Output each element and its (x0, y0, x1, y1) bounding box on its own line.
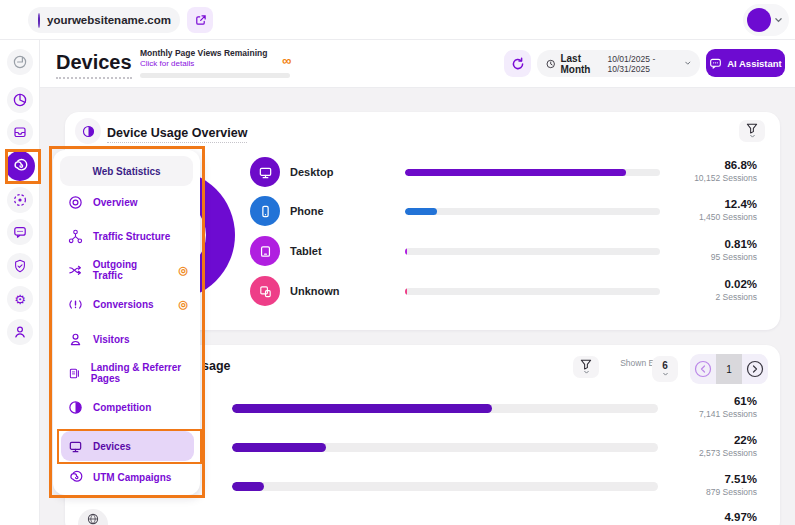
device-pct: 12.4% (699, 198, 757, 210)
page-size-selector[interactable]: 6 (652, 356, 678, 382)
device-label: Unknown (290, 285, 340, 297)
site-selector[interactable]: yourwebsitename.com (28, 7, 180, 33)
rail-item-security[interactable] (7, 253, 33, 279)
chevron-down-icon (750, 134, 755, 139)
site-name: yourwebsitename.com (47, 14, 171, 26)
chevron-down-icon (663, 372, 668, 377)
usage-pct: 61% (699, 395, 757, 407)
sidebar-item-traffic-structure[interactable]: Traffic Structure (61, 221, 194, 251)
rail-item-web-statistics[interactable] (5, 151, 35, 181)
funnel-icon (580, 359, 592, 370)
device-usage-icon (82, 125, 95, 138)
sidebar-item-landing-referrer-pages[interactable]: Landing & Referrer Pages (61, 358, 194, 388)
sidebar-item-competition[interactable]: Competition (61, 392, 194, 422)
funnel-icon (746, 123, 758, 134)
filter-button[interactable] (739, 120, 765, 142)
usage-row-icon (78, 509, 108, 525)
bullseye-badge-icon: ◎ (178, 298, 188, 311)
desktop-icon (250, 157, 280, 187)
web-statistics-swirl-icon (12, 158, 28, 174)
usage-bar-fill (232, 404, 492, 413)
ai-assistant-label: AI Assistant (727, 58, 782, 69)
usage-bar-fill (405, 248, 407, 255)
device-label: Desktop (290, 166, 333, 178)
bullseye-badge-icon: ◎ (178, 264, 188, 277)
open-site-button[interactable] (187, 7, 213, 33)
ai-chat-icon (709, 57, 722, 70)
rail-item-settings[interactable]: ⚙ (7, 286, 33, 312)
usage-bar-track (405, 208, 660, 215)
overview-icon (68, 195, 83, 210)
device-sessions: 1,450 Sessions (699, 212, 757, 222)
external-link-icon (194, 14, 207, 27)
chevron-down-icon (775, 17, 782, 24)
next-page-button[interactable] (742, 354, 768, 384)
rail-item-feedback[interactable] (7, 219, 33, 245)
inbox-icon (13, 125, 27, 139)
top-bar: yourwebsitename.com (0, 0, 795, 40)
icon-rail: ⚙ (0, 40, 40, 525)
browser-icon (87, 513, 99, 525)
period-label: Last Month (560, 53, 602, 75)
chevron-down-icon (685, 60, 691, 67)
collapse-sidebar-button[interactable] (7, 49, 33, 75)
refresh-button[interactable] (504, 50, 531, 77)
sidebar-item-visitors[interactable]: Visitors (61, 324, 194, 354)
usage-pct: 22% (699, 434, 757, 446)
page-header: Devices Monthly Page Views Remaining Cli… (40, 40, 795, 88)
rail-item-account[interactable] (7, 319, 33, 345)
device-sessions: 95 Sessions (711, 252, 757, 262)
sidebar-menu: Web Statistics Overview Traffic Structur… (53, 150, 200, 495)
quota-label: Monthly Page Views Remaining (140, 48, 290, 58)
sidebar-item-devices[interactable]: Devices (61, 431, 194, 461)
usage-bar-track (232, 443, 658, 452)
person-icon (13, 325, 27, 339)
usage-sessions: 7,141 Sessions (699, 409, 757, 419)
sidebar-item-utm-campaigns[interactable]: UTM Campaigns (61, 462, 194, 492)
device-pct: 0.02% (715, 278, 757, 290)
ai-assistant-button[interactable]: AI Assistant (706, 49, 785, 77)
user-menu[interactable] (743, 4, 789, 36)
usage-bar-track (405, 248, 660, 255)
usage-pct: 7.51% (706, 473, 757, 485)
sidebar-item-conversions[interactable]: Conversions ◎ (61, 289, 194, 319)
current-page[interactable]: 1 (716, 354, 742, 384)
conversions-icon (68, 297, 83, 312)
sidebar-item-outgoing-traffic[interactable]: Outgoing Traffic ◎ (61, 255, 194, 285)
sidebar-item-overview[interactable]: Overview (61, 187, 194, 217)
card-title: Device Usage Overview (107, 126, 247, 143)
usage-sessions: 2,573 Sessions (699, 448, 757, 458)
device-sessions: 10,152 Sessions (694, 173, 757, 183)
gear-icon: ⚙ (14, 293, 26, 306)
usage-bar-fill (232, 443, 326, 452)
menu-header: Web Statistics (60, 156, 193, 186)
competition-icon (68, 400, 83, 415)
utm-campaigns-icon (68, 470, 83, 485)
pagination: 1 (690, 354, 768, 384)
date-range-selector[interactable]: Last Month 10/01/2025 - 10/31/2025 (537, 50, 700, 77)
device-label: Tablet (290, 245, 322, 257)
tablet-icon (250, 236, 280, 266)
usage-pct: 4.97% (724, 511, 757, 523)
unknown-device-icon (250, 276, 280, 306)
device-sessions: 2 Sessions (715, 292, 757, 302)
device-pct: 0.81% (711, 238, 757, 250)
page-title: Devices (56, 51, 132, 79)
visitors-icon (68, 332, 83, 347)
collapse-icon (13, 55, 27, 69)
rail-item-ads[interactable] (7, 187, 33, 213)
pie-chart-icon (13, 93, 27, 107)
infinity-value: ∞ (282, 53, 291, 68)
rail-item-inbox[interactable] (7, 119, 33, 145)
pages-icon (68, 366, 81, 381)
phone-icon (250, 196, 280, 226)
devices-icon (68, 439, 83, 454)
target-dotted-icon (13, 193, 27, 207)
rail-item-dashboard[interactable] (7, 87, 33, 113)
quota-details-link[interactable]: Click for details (140, 59, 290, 68)
prev-page-button[interactable] (690, 354, 716, 384)
arrow-right-circle-icon (746, 360, 764, 378)
chevron-down-icon (584, 370, 589, 375)
usage-bar-fill (405, 169, 626, 176)
arrow-left-circle-icon (694, 360, 712, 378)
